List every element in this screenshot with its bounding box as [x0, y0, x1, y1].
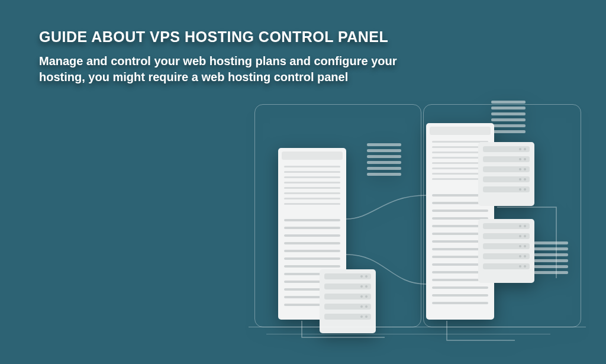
- louver-stack-icon: [491, 101, 526, 136]
- server-rack-icon: [320, 269, 376, 333]
- ground-line: [249, 327, 586, 327]
- server-illustration: [249, 101, 592, 361]
- page-subtitle: Manage and control your web hosting plan…: [39, 53, 406, 85]
- page-title: GUIDE ABOUT VPS HOSTING CONTROL PANEL: [39, 28, 388, 46]
- server-rack-icon: [478, 219, 534, 283]
- louver-stack-icon: [367, 143, 401, 179]
- louver-stack-icon: [534, 241, 568, 277]
- server-rack-icon: [478, 142, 534, 206]
- ground-line: [266, 334, 550, 334]
